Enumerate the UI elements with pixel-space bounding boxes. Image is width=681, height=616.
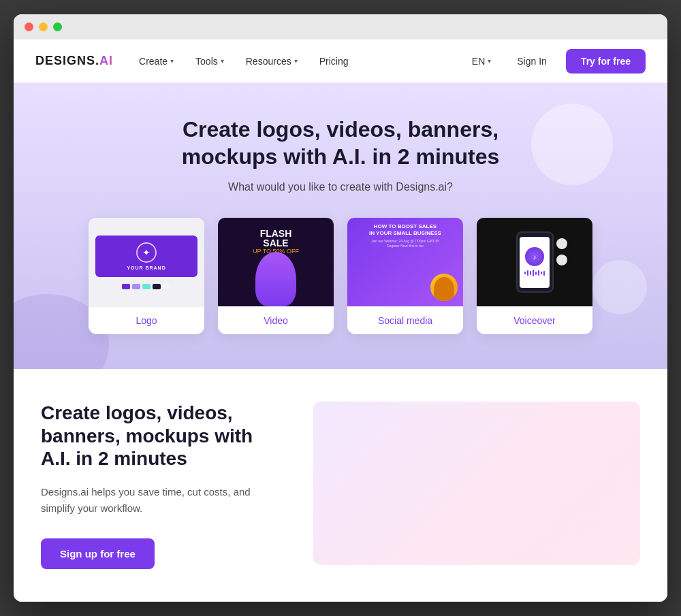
logo-brand-icon: ✦	[142, 247, 151, 258]
browser-chrome	[14, 14, 667, 39]
browser-window: DESIGNS.Ai Create ▾ Tools ▾ Resources ▾ …	[14, 14, 667, 602]
content-section: Create logos, videos, banners, mockups w…	[14, 369, 667, 602]
nav-right: EN ▾ Sign In Try for free	[465, 49, 646, 74]
nav-item-pricing[interactable]: Pricing	[310, 50, 358, 72]
nav-item-create[interactable]: Create ▾	[129, 50, 183, 72]
logo-card-image: ✦ YOUR BRAND	[89, 218, 204, 306]
chevron-down-icon: ▾	[294, 57, 298, 65]
color-swatches	[122, 284, 171, 289]
hero-cards: ✦ YOUR BRAND Logo	[35, 218, 646, 334]
voiceover-card-image: ♪	[477, 218, 592, 306]
phone-mockup: ♪	[516, 231, 554, 293]
social-card[interactable]: HOW TO BOOST SALESIN YOUR SMALL BUSINESS…	[347, 218, 463, 334]
social-card-image: HOW TO BOOST SALESIN YOUR SMALL BUSINESS…	[347, 218, 463, 306]
logo-card[interactable]: ✦ YOUR BRAND Logo	[89, 218, 204, 334]
flash-sale-text: FLASHSALE UP TO 50% OFF	[253, 229, 299, 255]
logo[interactable]: DESIGNS.Ai	[35, 54, 113, 68]
minimize-button[interactable]	[39, 22, 48, 31]
chevron-down-icon: ▾	[170, 57, 174, 65]
content-image	[313, 402, 640, 565]
video-card-image: FLASHSALE UP TO 50% OFF	[218, 218, 334, 306]
social-avatar	[430, 274, 458, 301]
social-card-label: Social media	[347, 306, 463, 334]
maximize-button[interactable]	[53, 22, 62, 31]
nav-item-tools[interactable]: Tools ▾	[186, 50, 234, 72]
video-figure	[255, 252, 296, 306]
chevron-down-icon: ▾	[221, 57, 224, 65]
signup-button[interactable]: Sign up for free	[41, 538, 155, 569]
try-free-button[interactable]: Try for free	[566, 49, 646, 74]
close-button[interactable]	[25, 22, 33, 31]
navbar: DESIGNS.Ai Create ▾ Tools ▾ Resources ▾ …	[14, 39, 667, 83]
content-left: Create logos, videos, banners, mockups w…	[41, 402, 286, 569]
nav-links: Create ▾ Tools ▾ Resources ▾ Pricing	[129, 50, 465, 72]
social-card-title: HOW TO BOOST SALESIN YOUR SMALL BUSINESS	[353, 223, 458, 236]
voiceover-card-label: Voiceover	[477, 306, 592, 334]
chevron-down-icon: ▾	[488, 57, 491, 65]
earbuds	[556, 238, 567, 265]
content-description: Designs.ai helps you save time, cut cost…	[41, 484, 286, 517]
voiceover-card[interactable]: ♪	[477, 218, 592, 334]
phone-screen: ♪	[520, 237, 550, 288]
social-card-sub: Join our Webinar: 24 Aug @ 7:00pm GMT-05…	[353, 239, 458, 248]
hero-title: Create logos, videos, banners, mockups w…	[136, 116, 545, 170]
sign-in-button[interactable]: Sign In	[506, 50, 558, 72]
logo-text: DESIGNS.Ai	[35, 54, 113, 68]
waveform	[524, 269, 545, 277]
nav-item-resources[interactable]: Resources ▾	[236, 50, 307, 72]
hero-section: Create logos, videos, banners, mockups w…	[14, 83, 667, 369]
video-card[interactable]: FLASHSALE UP TO 50% OFF Video	[218, 218, 334, 334]
brand-text: YOUR BRAND	[127, 265, 165, 270]
hero-subtitle: What would you like to create with Desig…	[35, 181, 646, 193]
content-title: Create logos, videos, banners, mockups w…	[41, 402, 286, 470]
language-selector[interactable]: EN ▾	[465, 52, 498, 71]
logo-card-label: Logo	[89, 306, 204, 334]
video-card-label: Video	[218, 306, 334, 334]
